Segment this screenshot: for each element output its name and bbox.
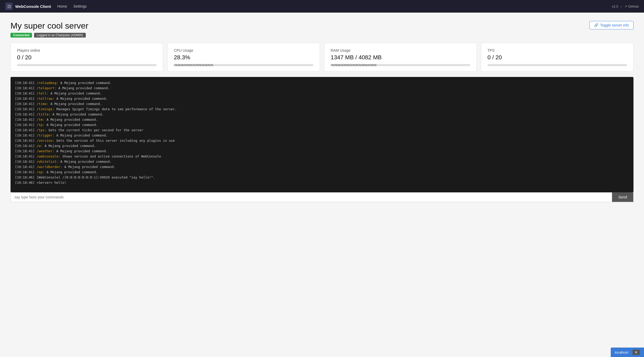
cpu-bar-fill bbox=[174, 64, 213, 66]
toggle-label: Toggle server info bbox=[600, 23, 629, 27]
page-header: My super cool server Connected Logged in… bbox=[10, 21, 634, 38]
console-line: [19:18:41] /version: Gets the version of… bbox=[15, 138, 629, 143]
players-label: Players online bbox=[17, 48, 157, 52]
badges: Connected Logged in as Charlystar (ADMIN… bbox=[10, 33, 88, 38]
console-output: [19:18:41] /reloadmsg: A Mojang provided… bbox=[10, 77, 634, 192]
players-bar-bg bbox=[17, 64, 157, 66]
github-label: GitHub bbox=[628, 4, 639, 8]
input-row: Send bbox=[10, 192, 634, 202]
console-line: [19:18:41] /tp: A Mojang provided comman… bbox=[15, 122, 629, 128]
console-line: [19:18:41] /time: A Mojang provided comm… bbox=[15, 101, 629, 107]
console-line: [19:18:41] /teleport: A Mojang provided … bbox=[15, 86, 629, 91]
console-line: [19:18:41] /tm: A Mojang provided comman… bbox=[15, 117, 629, 122]
tps-bar-bg bbox=[487, 64, 627, 66]
console-line: [19:18:41] /tellraw: A Mojang provided c… bbox=[15, 96, 629, 101]
ram-value: 1347 MB / 4082 MB bbox=[331, 54, 470, 61]
players-value: 0 / 20 bbox=[17, 54, 157, 61]
tps-value: 0 / 20 bbox=[487, 54, 627, 61]
cpu-value: 28.3% bbox=[174, 54, 313, 61]
console-line: [19:18:41] /whitelist: A Mojang provided… bbox=[15, 159, 629, 164]
console-line: [19:18:41] /weather: A Mojang provided c… bbox=[15, 149, 629, 154]
send-button[interactable]: Send bbox=[612, 192, 633, 202]
console-line: [19:18:41] /tps: Gets the current ticks … bbox=[15, 128, 629, 133]
page-content: My super cool server Connected Logged in… bbox=[0, 13, 644, 357]
stat-card-cpu: CPU Usage 28.3% bbox=[167, 43, 320, 72]
brand-icon: ⊡ bbox=[5, 3, 13, 10]
toggle-icon: 🔗 bbox=[594, 23, 598, 27]
console-line: [19:18:41] /reloadmsg: A Mojang provided… bbox=[15, 80, 629, 86]
stats-row: Players online 0 / 20 CPU Usage 28.3% RA… bbox=[10, 43, 634, 72]
console-line: [19:18:46] [WebConsole] /[0:0:0:0:0:0:0:… bbox=[15, 175, 629, 180]
page-title: My super cool server bbox=[10, 21, 88, 31]
console-line: [19:18:41] /trigger: A Mojang provided c… bbox=[15, 133, 629, 138]
stat-card-players: Players online 0 / 20 bbox=[10, 43, 163, 72]
badge-admin: Logged in as Charlystar (ADMIN) bbox=[34, 33, 86, 38]
stat-card-ram: RAM Usage 1347 MB / 4082 MB bbox=[324, 43, 477, 72]
console-line: [19:18:41] /xp: A Mojang provided comman… bbox=[15, 170, 629, 175]
github-link[interactable]: ↗ GitHub bbox=[624, 4, 639, 8]
ram-bar-bg bbox=[331, 64, 470, 66]
navbar: ⊡ WebConsole Client Home Settings v2.5 –… bbox=[0, 0, 644, 13]
console-line: [19:18:41] /timings: Manages Spigot Timi… bbox=[15, 107, 629, 112]
bottom-bar: localhost ✕ bbox=[611, 348, 644, 357]
header-left: My super cool server Connected Logged in… bbox=[10, 21, 88, 38]
command-input[interactable] bbox=[11, 192, 612, 202]
console-line: [19:18:41] /tell: A Mojang provided comm… bbox=[15, 91, 629, 96]
badge-connected: Connected bbox=[10, 33, 32, 38]
console-line: [19:18:46] <Server> hello! bbox=[15, 180, 629, 185]
nav-home[interactable]: Home bbox=[57, 4, 67, 8]
bottom-bar-label: localhost bbox=[615, 350, 628, 354]
console-line: [19:18:41] /worldborder: A Mojang provid… bbox=[15, 164, 629, 170]
cpu-bar-bg bbox=[174, 64, 313, 66]
version-label: v2.5 bbox=[612, 4, 618, 8]
toggle-server-info-button[interactable]: 🔗 Toggle server info bbox=[589, 21, 634, 29]
bottom-bar-close-button[interactable]: ✕ bbox=[632, 350, 640, 355]
navbar-right: v2.5 – ↗ GitHub bbox=[612, 4, 639, 8]
ram-bar-fill bbox=[331, 64, 377, 66]
console-line: [19:18:41] /webconsole: Shows version an… bbox=[15, 154, 629, 159]
separator: – bbox=[620, 4, 622, 8]
stat-card-tps: TPS 0 / 20 bbox=[481, 43, 634, 72]
external-icon: ↗ bbox=[624, 4, 627, 8]
ram-label: RAM Usage bbox=[331, 48, 470, 52]
cpu-label: CPU Usage bbox=[174, 48, 313, 52]
console-line: [19:18:41] /title: A Mojang provided com… bbox=[15, 112, 629, 117]
console-line: [19:18:41] /w: A Mojang provided command… bbox=[15, 143, 629, 149]
tps-label: TPS bbox=[487, 48, 627, 52]
navbar-left: ⊡ WebConsole Client Home Settings bbox=[5, 3, 87, 10]
nav-settings[interactable]: Settings bbox=[73, 4, 87, 8]
brand-name: WebConsole Client bbox=[15, 4, 51, 9]
brand: ⊡ WebConsole Client bbox=[5, 3, 51, 10]
